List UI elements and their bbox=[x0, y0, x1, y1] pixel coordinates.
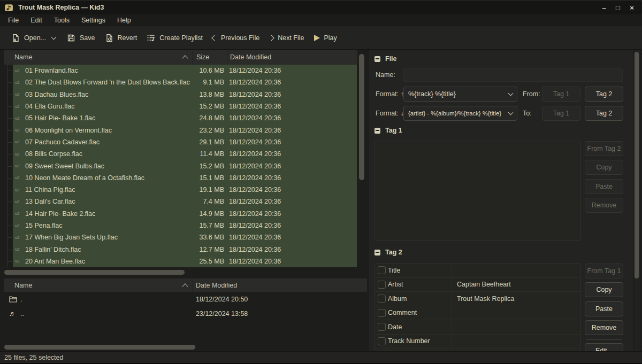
tag2-field-label: Date bbox=[388, 323, 452, 331]
menu-item-settings[interactable]: Settings bbox=[75, 16, 111, 25]
tag1-remove-button[interactable]: Remove bbox=[585, 198, 623, 213]
tag1-paste-button[interactable]: Paste bbox=[585, 179, 623, 194]
close-icon[interactable]: × bbox=[627, 4, 637, 12]
tag1-from-tag-2-button[interactable]: From Tag 2 bbox=[585, 141, 623, 156]
tag2-field-row-album[interactable]: AlbumTrout Mask Replica bbox=[375, 292, 580, 306]
maximize-icon[interactable]: □ bbox=[613, 4, 623, 12]
tag2-from-tag-1-button[interactable]: From Tag 1 bbox=[585, 264, 623, 278]
sort-ascending-icon bbox=[182, 55, 188, 61]
previous-file-button[interactable]: Previous File bbox=[208, 31, 264, 45]
checkbox[interactable] bbox=[378, 337, 386, 345]
dir-name: . bbox=[20, 296, 193, 303]
file-row[interactable]: v218 Fallin' Ditch.flac12.7 MB18/12/2024… bbox=[4, 243, 367, 255]
dir-row[interactable]: ♬..23/12/2024 13:58 bbox=[4, 306, 367, 321]
file-row[interactable]: v215 Pena.flac15.7 MB18/12/2024 20:36 bbox=[4, 220, 367, 231]
collapse-icon[interactable] bbox=[374, 250, 380, 255]
chevron-left-icon bbox=[211, 35, 217, 41]
file-row[interactable]: v208 Bills Corpse.flac11.4 MB18/12/2024 … bbox=[4, 148, 367, 160]
file-modified: 18/12/2024 20:36 bbox=[227, 160, 357, 172]
to-tag1-button[interactable]: Tag 1 bbox=[542, 106, 580, 121]
file-row[interactable]: v214 Hair Pie- Bake 2.flac14.9 MB18/12/2… bbox=[4, 208, 367, 220]
file-list-header-name[interactable]: Name bbox=[4, 50, 193, 65]
checkbox[interactable] bbox=[378, 309, 386, 317]
file-list-vertical-scrollbar-thumb[interactable] bbox=[359, 54, 364, 180]
file-row[interactable]: v209 Sweet Sweet Bulbs.flac15.2 MB18/12/… bbox=[4, 160, 367, 172]
file-row[interactable]: v207 Pachuco Cadaver.flac29.1 MB18/12/20… bbox=[4, 136, 367, 148]
file-size: 29.1 MB bbox=[193, 136, 227, 148]
checkbox[interactable] bbox=[378, 323, 386, 331]
tag2-field-row-date[interactable]: Date bbox=[375, 320, 580, 335]
file-list-header-size[interactable]: Size bbox=[193, 50, 227, 65]
file-name: 09 Sweet Sweet Bulbs.flac bbox=[25, 162, 104, 170]
file-row[interactable]: v220 Ant Man Bee.flac25.5 MB18/12/2024 2… bbox=[4, 255, 367, 267]
menu-item-tools[interactable]: Tools bbox=[48, 16, 75, 25]
file-name: 05 Hair Pie- Bake 1.flac bbox=[25, 114, 95, 122]
tag2-copy-button[interactable]: Copy bbox=[585, 282, 623, 297]
create-playlist-button[interactable]: Create Playlist bbox=[142, 30, 208, 45]
file-row[interactable]: v210 Neon Meate Dream of a Octafish.flac… bbox=[4, 172, 367, 184]
file-row[interactable]: v213 Dali's Car.flac7.4 MB18/12/2024 20:… bbox=[4, 196, 367, 207]
tag2-field-row-track-number[interactable]: Track Number bbox=[375, 335, 580, 349]
save-button[interactable]: Save bbox=[62, 30, 100, 45]
tag2-field-row-comment[interactable]: Comment bbox=[375, 306, 580, 321]
file-list-horizontal-scrollbar-thumb[interactable] bbox=[4, 270, 185, 275]
collapse-icon[interactable] bbox=[374, 128, 380, 134]
tag2-edit-button[interactable]: Edit... bbox=[585, 343, 623, 351]
file-list-header-modified[interactable]: Date Modified bbox=[227, 50, 367, 65]
tag-version-icon: v2 bbox=[15, 235, 21, 240]
file-row[interactable]: v203 Dachau Blues.flac13.8 MB18/12/2024 … bbox=[4, 89, 367, 100]
dir-list-header-modified[interactable]: Date Modified bbox=[193, 278, 367, 292]
tag-version-icon: v2 bbox=[15, 104, 21, 109]
tag-version-icon: v2 bbox=[15, 128, 21, 133]
file-row[interactable]: v217 When Big Joan Sets Up.flac33.6 MB18… bbox=[4, 231, 367, 243]
to-label: To: bbox=[523, 106, 532, 121]
play-button[interactable]: Play bbox=[309, 31, 342, 45]
dir-list-horizontal-scrollbar-thumb[interactable] bbox=[4, 345, 195, 350]
file-section-header: File bbox=[374, 55, 397, 63]
tag2-section-header: Tag 2 bbox=[374, 249, 402, 256]
revert-button[interactable]: Revert bbox=[100, 30, 142, 45]
dir-list-header-name[interactable]: Name bbox=[4, 278, 193, 292]
checkbox[interactable] bbox=[378, 295, 386, 303]
checkbox[interactable] bbox=[378, 266, 386, 274]
file-size: 13.8 MB bbox=[193, 89, 227, 100]
name-label: Name: bbox=[376, 67, 395, 82]
checkbox[interactable] bbox=[378, 281, 386, 289]
file-row[interactable]: v211 China Pig.flac19.1 MB18/12/2024 20:… bbox=[4, 184, 367, 196]
collapse-icon[interactable] bbox=[374, 56, 380, 62]
tag1-fields-frame bbox=[374, 141, 581, 241]
filename-input[interactable] bbox=[403, 68, 623, 82]
format-to-combobox[interactable]: {artist} - %{album}/%{track} %{title} bbox=[403, 106, 517, 121]
tag2-remove-button[interactable]: Remove bbox=[585, 320, 623, 335]
tag1-copy-button[interactable]: Copy bbox=[585, 160, 623, 175]
file-row[interactable]: v204 Ella Guru.flac15.2 MB18/12/2024 20:… bbox=[4, 100, 367, 112]
from-tag1-button[interactable]: Tag 1 bbox=[542, 87, 580, 102]
tree-branch-icon bbox=[4, 160, 13, 172]
minimize-icon[interactable]: – bbox=[599, 4, 609, 12]
toolbar: Open... Save Revert Create Playlist Prev… bbox=[0, 26, 642, 50]
tag2-field-row-artist[interactable]: ArtistCaptain Beefheart bbox=[375, 278, 580, 292]
revert-button-label: Revert bbox=[118, 34, 137, 42]
open-button[interactable]: Open... bbox=[6, 30, 51, 45]
file-row[interactable]: v206 Moonlight on Vermont.flac23.2 MB18/… bbox=[4, 124, 367, 136]
menu-item-file[interactable]: File bbox=[2, 16, 25, 25]
tag-panel-vertical-scrollbar-thumb[interactable] bbox=[635, 52, 639, 278]
menu-item-help[interactable]: Help bbox=[111, 16, 137, 25]
menu-item-edit[interactable]: Edit bbox=[25, 16, 48, 25]
file-row[interactable]: v205 Hair Pie- Bake 1.flac24.8 MB18/12/2… bbox=[4, 112, 367, 124]
open-dropdown-button[interactable] bbox=[49, 34, 59, 42]
file-size: 19.1 MB bbox=[193, 184, 227, 196]
file-row[interactable]: v202 The Dust Blows Forward 'n the Dust … bbox=[4, 76, 367, 88]
format-from-combobox[interactable]: %{track} %{title} bbox=[403, 87, 517, 102]
tag2-field-row-title[interactable]: Title bbox=[375, 264, 580, 278]
next-file-button[interactable]: Next File bbox=[264, 31, 309, 45]
tree-branch-icon bbox=[4, 172, 13, 184]
tag-version-icon: v2 bbox=[15, 92, 21, 97]
file-row[interactable]: v201 Frownland.flac10.6 MB18/12/2024 20:… bbox=[4, 65, 367, 76]
from-tag2-button[interactable]: Tag 2 bbox=[585, 87, 623, 102]
file-size: 14.9 MB bbox=[193, 208, 227, 220]
file-size: 25.5 MB bbox=[193, 255, 227, 267]
dir-row[interactable]: .18/12/2024 20:50 bbox=[4, 292, 367, 306]
to-tag2-button[interactable]: Tag 2 bbox=[585, 106, 623, 121]
tag2-paste-button[interactable]: Paste bbox=[585, 301, 623, 316]
